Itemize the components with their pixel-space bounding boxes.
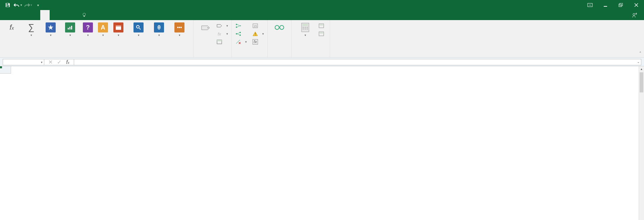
svg-rect-0 <box>6 3 8 5</box>
svg-rect-11 <box>71 26 72 29</box>
svg-rect-1 <box>6 5 9 7</box>
calculate-now-button[interactable] <box>317 22 328 29</box>
expand-formula-bar-icon[interactable]: ⌄ <box>637 60 640 64</box>
theta-icon: θ <box>154 22 164 33</box>
ribbon-display-options-icon[interactable] <box>582 0 598 10</box>
svg-rect-35 <box>307 28 308 29</box>
name-manager-button[interactable] <box>196 21 215 44</box>
show-formulas-button[interactable]: 15 <box>251 22 265 29</box>
date-time-button[interactable]: ▾ <box>110 21 127 44</box>
vertical-scrollbar[interactable]: ▴ <box>639 66 644 220</box>
scroll-up-icon[interactable]: ▴ <box>639 66 644 72</box>
minimize-button[interactable] <box>598 0 613 10</box>
tab-review[interactable] <box>59 10 68 20</box>
undo-icon[interactable]: ▾ <box>13 1 22 9</box>
lookup-reference-button[interactable]: ▾ <box>127 21 150 44</box>
svg-rect-9 <box>68 28 69 29</box>
show-formulas-icon: 15 <box>252 23 258 29</box>
tab-view[interactable] <box>68 10 78 20</box>
recently-used-button[interactable]: ★ ▾ <box>41 21 60 44</box>
tab-file[interactable] <box>0 10 12 20</box>
name-box[interactable]: ▾ <box>3 59 44 65</box>
tab-home[interactable] <box>12 10 21 20</box>
svg-point-15 <box>208 27 209 28</box>
use-in-formula-button[interactable]: fx ▾ <box>215 30 229 38</box>
trace-precedents-button[interactable] <box>234 22 248 29</box>
watch-window-button[interactable] <box>270 21 289 44</box>
lightbulb-icon <box>82 13 87 17</box>
more-icon: ••• <box>174 22 185 33</box>
title-bar: ▾ ▾ ▾ <box>0 0 644 10</box>
text-icon: A <box>98 22 108 33</box>
enter-icon[interactable]: ✓ <box>55 59 63 65</box>
ribbon: fx ∑ ▾ ★ ▾ ▾ ? ▾ A ▾ <box>0 20 644 58</box>
warning-icon: ! <box>252 31 258 37</box>
close-button[interactable] <box>629 0 644 10</box>
glasses-icon <box>274 22 285 33</box>
trace-dependents-icon <box>235 31 241 37</box>
spreadsheet-grid[interactable]: ▴ <box>0 66 644 220</box>
autosum-button[interactable]: ∑ ▾ <box>21 21 41 44</box>
tab-page-layout[interactable] <box>31 10 40 20</box>
calculator-icon <box>300 22 311 33</box>
calculation-options-button[interactable]: ▾ <box>293 21 317 44</box>
trace-dependents-button[interactable] <box>234 30 248 38</box>
svg-point-6 <box>83 13 86 16</box>
svg-point-22 <box>239 34 241 36</box>
qat-customize-icon[interactable]: ▾ <box>34 1 42 9</box>
svg-point-14 <box>137 25 139 28</box>
collapse-ribbon-icon[interactable]: ˄ <box>639 51 641 56</box>
evaluate-icon: fx <box>252 39 258 45</box>
svg-rect-37 <box>320 24 323 25</box>
formula-input[interactable]: ⌄ <box>74 59 641 65</box>
define-name-button[interactable]: ▾ <box>215 22 229 29</box>
svg-rect-13 <box>116 25 121 27</box>
svg-rect-7 <box>84 16 85 17</box>
fx-insert-icon[interactable]: fx <box>64 59 72 65</box>
svg-rect-10 <box>69 27 70 29</box>
svg-rect-30 <box>303 27 304 28</box>
group-label-formula-auditing <box>234 56 265 57</box>
create-from-selection-button[interactable] <box>215 38 229 46</box>
scroll-thumb[interactable] <box>640 72 643 92</box>
financial-button[interactable]: ▾ <box>60 21 80 44</box>
share-button[interactable] <box>627 10 644 20</box>
logical-button[interactable]: ? ▾ <box>80 21 96 44</box>
svg-rect-4 <box>619 4 622 7</box>
svg-text:15: 15 <box>254 24 257 28</box>
search-icon <box>133 22 144 33</box>
financial-icon <box>65 22 75 33</box>
text-button[interactable]: A ▾ <box>96 21 110 44</box>
redo-icon[interactable]: ▾ <box>23 1 32 9</box>
save-icon[interactable] <box>3 1 12 9</box>
insert-function-button[interactable]: fx <box>2 21 21 44</box>
svg-rect-5 <box>620 3 623 6</box>
svg-rect-36 <box>319 24 324 28</box>
tab-insert[interactable] <box>21 10 31 20</box>
evaluate-formula-button[interactable]: fx <box>251 38 265 46</box>
cancel-icon[interactable]: ✕ <box>46 59 54 65</box>
svg-point-18 <box>236 24 237 25</box>
share-icon <box>632 12 637 18</box>
svg-point-26 <box>275 25 279 29</box>
define-name-icon <box>216 23 222 29</box>
more-functions-button[interactable]: ••• ▾ <box>168 21 191 44</box>
math-trig-button[interactable]: θ ▾ <box>150 21 168 44</box>
svg-rect-2 <box>588 3 592 7</box>
tab-formulas[interactable] <box>40 10 50 20</box>
remove-arrows-icon <box>235 39 241 45</box>
group-label-calculation <box>293 56 328 57</box>
name-tag-icon <box>200 22 211 33</box>
tell-me-search[interactable] <box>78 10 89 20</box>
select-all-corner[interactable] <box>0 66 11 74</box>
star-icon: ★ <box>45 22 56 33</box>
tab-data[interactable] <box>50 10 59 20</box>
calc-now-icon <box>318 23 324 29</box>
svg-rect-39 <box>320 32 323 33</box>
remove-arrows-button[interactable]: ▾ <box>234 38 248 46</box>
svg-rect-33 <box>303 28 304 29</box>
error-checking-button[interactable]: ! ▾ <box>251 30 265 38</box>
fx-icon: fx <box>6 22 17 33</box>
maximize-button[interactable] <box>613 0 629 10</box>
calculate-sheet-button[interactable] <box>317 30 328 38</box>
